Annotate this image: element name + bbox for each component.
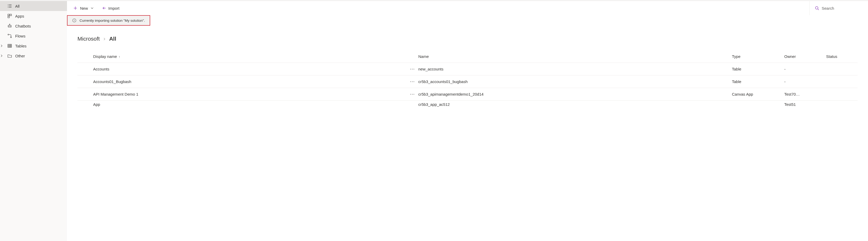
import-button[interactable]: Import: [101, 6, 120, 10]
plus-icon: [73, 6, 78, 10]
cell-name: cr5b3_apimanagementdemo1_20d14: [418, 92, 732, 97]
info-icon: [72, 18, 76, 23]
flows-icon: [7, 33, 12, 38]
svg-point-24: [815, 6, 818, 9]
tables-icon: [7, 44, 12, 48]
cell-type: Table: [732, 79, 784, 84]
breadcrumb-current: All: [109, 36, 116, 42]
svg-point-12: [9, 26, 9, 26]
column-header-status[interactable]: Status: [826, 54, 858, 59]
chevron-right-icon[interactable]: [0, 54, 4, 57]
svg-rect-16: [8, 44, 11, 47]
search-box[interactable]: [809, 1, 862, 15]
cell-name: new_accounts: [418, 67, 732, 71]
list-icon: [7, 4, 12, 8]
chevron-right-icon: [103, 36, 106, 42]
sidebar-item-label: Apps: [15, 14, 24, 18]
svg-point-28: [74, 19, 74, 20]
column-header-displayname[interactable]: Display name↑: [93, 54, 407, 59]
svg-point-14: [8, 34, 9, 35]
table-header-row: Display name↑ Name Type Owner Status: [78, 50, 858, 63]
sidebar-item-label: Flows: [15, 34, 25, 38]
cell-displayname: Accounts: [93, 67, 407, 71]
row-more-button[interactable]: ···: [407, 92, 418, 97]
column-header-name[interactable]: Name: [418, 54, 732, 59]
sidebar-item-flows[interactable]: Flows: [0, 31, 67, 41]
row-more-button[interactable]: ···: [407, 79, 418, 84]
search-icon: [815, 6, 819, 10]
solution-table: Display name↑ Name Type Owner Status Acc…: [78, 50, 858, 107]
sidebar-item-label: All: [15, 4, 20, 8]
svg-line-25: [818, 9, 819, 10]
new-button-label: New: [80, 6, 88, 10]
cell-type: Table: [732, 67, 784, 71]
command-bar: New Import: [67, 1, 868, 15]
sidebar: All Apps: [0, 1, 67, 241]
import-button-label: Import: [108, 6, 120, 10]
svg-rect-7: [10, 14, 11, 16]
import-notification: Currently importing solution "My solutio…: [67, 15, 150, 26]
table-row[interactable]: Accounts ··· new_accounts Table -: [78, 63, 858, 76]
sidebar-item-chatbots[interactable]: Chatbots: [0, 21, 67, 31]
cell-owner: Test51: [784, 102, 826, 107]
column-header-owner[interactable]: Owner: [784, 54, 826, 59]
sidebar-item-label: Tables: [15, 44, 26, 48]
svg-point-15: [10, 37, 11, 38]
cell-displayname: App: [93, 102, 407, 107]
sort-asc-icon: ↑: [119, 55, 120, 59]
cell-displayname: API Management Demo 1: [93, 92, 407, 97]
svg-point-13: [10, 26, 11, 26]
cell-name: cr5b3_accounts01_bugbash: [418, 79, 732, 84]
chevron-right-icon[interactable]: [0, 45, 4, 47]
cell-owner: Test70…: [784, 92, 826, 97]
sidebar-item-other[interactable]: Other: [0, 51, 67, 61]
row-more-button[interactable]: ···: [407, 67, 418, 71]
cell-type: Canvas App: [732, 92, 784, 97]
cell-name: cr5b3_app_ac512: [418, 102, 732, 107]
cell-displayname: Accounts01_Bugbash: [93, 79, 407, 84]
breadcrumb: Microsoft All: [78, 36, 858, 42]
svg-point-11: [9, 24, 10, 25]
main-area: New Import: [67, 1, 868, 241]
svg-rect-6: [8, 14, 9, 16]
sidebar-item-label: Chatbots: [15, 24, 31, 28]
search-input[interactable]: [822, 6, 858, 10]
sidebar-item-label: Other: [15, 54, 25, 58]
table-row[interactable]: API Management Demo 1 ··· cr5b3_apimanag…: [78, 88, 858, 101]
sidebar-item-apps[interactable]: Apps: [0, 11, 67, 21]
svg-rect-9: [8, 25, 11, 27]
cell-owner: -: [784, 79, 826, 84]
import-icon: [101, 6, 106, 10]
cell-owner: -: [784, 67, 826, 71]
svg-rect-8: [8, 16, 9, 18]
new-button[interactable]: New: [73, 6, 94, 10]
column-header-type[interactable]: Type: [732, 54, 784, 59]
sidebar-item-all[interactable]: All: [0, 1, 67, 11]
table-row[interactable]: App cr5b3_app_ac512 Test51: [78, 101, 858, 107]
notification-text: Currently importing solution "My solutio…: [80, 19, 145, 23]
folder-icon: [7, 53, 12, 58]
apps-icon: [7, 14, 12, 18]
breadcrumb-root[interactable]: Microsoft: [78, 36, 100, 42]
content-area: Microsoft All Display name↑ Name Type Ow…: [67, 26, 868, 241]
sidebar-item-tables[interactable]: Tables: [0, 41, 67, 51]
chevron-down-icon: [91, 6, 94, 10]
table-row[interactable]: Accounts01_Bugbash ··· cr5b3_accounts01_…: [78, 76, 858, 88]
chatbot-icon: [7, 24, 12, 28]
